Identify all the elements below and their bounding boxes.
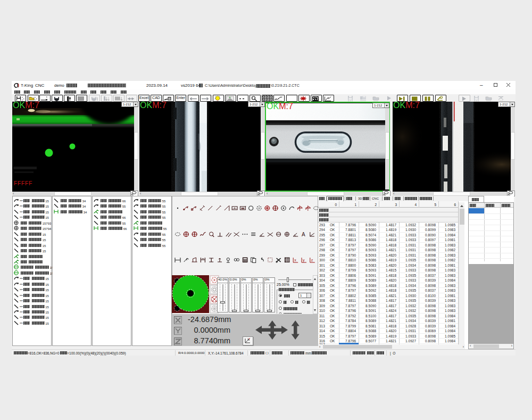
svg-text:x: x — [294, 258, 296, 262]
svg-text:FFFFF: FFFFF — [14, 180, 32, 186]
svg-text:y: y — [303, 258, 305, 262]
svg-text:z: z — [311, 258, 313, 262]
svg-text:A: A — [302, 232, 305, 237]
